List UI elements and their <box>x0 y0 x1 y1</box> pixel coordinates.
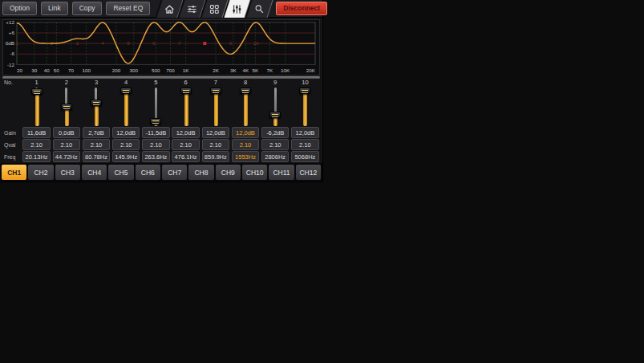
channel-tab-ch11[interactable]: CH11 <box>269 165 294 180</box>
fader-fill <box>95 103 99 126</box>
fader-track[interactable] <box>244 88 246 126</box>
eq-freq-value-2[interactable]: 44.72Hz <box>53 151 80 162</box>
fader-track[interactable] <box>304 88 306 126</box>
eq-freq-value-1[interactable]: 20.13Hz <box>22 151 50 162</box>
nav-tab-magnifier[interactable] <box>245 0 273 18</box>
eq-band-fader-7[interactable]: 7 <box>214 80 217 126</box>
eq-qval-value-7[interactable]: 2.10 <box>202 139 229 150</box>
eq-freq-value-3[interactable]: 80.78Hz <box>83 151 110 162</box>
eq-freq-value-8[interactable]: 1553Hz <box>232 151 259 162</box>
eq-gain-value-4[interactable]: 12,0dB <box>112 127 140 138</box>
eq-gain-value-5[interactable]: -11,5dB <box>142 127 169 138</box>
eq-qval-value-10[interactable]: 2.10 <box>291 139 318 150</box>
eq-band-fader-2[interactable]: 2 <box>65 80 68 126</box>
fader-handle[interactable] <box>240 88 251 94</box>
fader-handle[interactable] <box>31 88 43 95</box>
fader-handle[interactable] <box>180 88 192 94</box>
eq-freq-value-5[interactable]: 263.6Hz <box>142 151 169 162</box>
fader-handle[interactable] <box>299 88 310 94</box>
eq-band-5: 5 <box>141 80 171 126</box>
eq-cell-qval: 2.10 <box>111 139 141 150</box>
eq-band-fader-6[interactable]: 6 <box>184 80 188 126</box>
eq-freq-value-9[interactable]: 2806Hz <box>261 151 289 162</box>
svg-text:40: 40 <box>44 67 51 73</box>
band-number: 5 <box>154 80 157 86</box>
eq-cell-gain: -11,5dB <box>141 127 171 138</box>
eq-cell-qval: 2.10 <box>230 139 260 150</box>
reset-eq-button[interactable]: Reset EQ <box>106 2 150 15</box>
eq-gain-row: Gain11,6dB0,0dB2,7dB12,0dB-11,5dB12,0dB1… <box>2 127 320 138</box>
eq-band-fader-1[interactable]: 1 <box>35 80 38 126</box>
eq-gain-value-8[interactable]: 12,0dB <box>232 127 259 138</box>
fader-track[interactable] <box>184 88 187 126</box>
eq-gain-value-3[interactable]: 2,7dB <box>83 127 110 138</box>
fader-handle[interactable] <box>210 88 221 94</box>
band-number: 1 <box>35 80 38 86</box>
eq-gain-value-6[interactable]: 12,0dB <box>172 127 199 138</box>
eq-gain-value-2[interactable]: 0,0dB <box>53 127 80 138</box>
fader-handle[interactable] <box>269 112 281 118</box>
graph-scroll-strip[interactable] <box>2 76 320 79</box>
channel-tab-ch9[interactable]: CH9 <box>216 165 241 180</box>
channel-tab-ch10[interactable]: CH10 <box>242 165 267 180</box>
fader-track[interactable] <box>65 88 67 126</box>
disconnect-button[interactable]: Disconnect <box>276 2 327 15</box>
nav-tabs <box>158 0 270 18</box>
fader-track[interactable] <box>125 88 128 126</box>
eq-gain-value-7[interactable]: 12,0dB <box>202 127 229 138</box>
eq-freq-value-6[interactable]: 476.1Hz <box>172 151 199 162</box>
eq-cell-freq: 80.78Hz <box>81 151 111 162</box>
eq-band-fader-3[interactable]: 3 <box>95 80 98 126</box>
channel-tab-ch8[interactable]: CH8 <box>188 165 213 180</box>
band-number: 9 <box>273 80 277 86</box>
svg-text:+12: +12 <box>6 20 14 25</box>
eq-band-fader-8[interactable]: 8 <box>244 80 247 126</box>
eq-band-fader-10[interactable]: 10 <box>302 80 308 126</box>
fader-handle[interactable] <box>91 100 102 106</box>
fader-fill <box>303 91 307 126</box>
channel-tab-ch6[interactable]: CH6 <box>136 165 160 180</box>
channel-tab-ch1[interactable]: CH1 <box>2 165 26 180</box>
eq-qval-value-8[interactable]: 2.10 <box>232 139 259 150</box>
eq-qval-value-1[interactable]: 2.10 <box>22 139 50 150</box>
channel-tab-ch5[interactable]: CH5 <box>108 165 133 180</box>
eq-cell-freq: 2806Hz <box>261 151 290 162</box>
channel-tab-ch7[interactable]: CH7 <box>162 165 187 180</box>
svg-text:0dB: 0dB <box>6 40 14 46</box>
channel-tab-ch2[interactable]: CH2 <box>28 165 53 180</box>
eq-freq-value-4[interactable]: 145.9Hz <box>112 151 140 162</box>
eq-freq-value-10[interactable]: 5068Hz <box>291 151 318 162</box>
eq-qval-value-9[interactable]: 2.10 <box>261 139 289 150</box>
eq-qval-value-3[interactable]: 2.10 <box>83 139 110 150</box>
eq-gain-value-9[interactable]: -6,2dB <box>261 127 289 138</box>
eq-freq-value-7[interactable]: 859.9Hz <box>202 151 229 162</box>
eq-qval-value-2[interactable]: 2.10 <box>53 139 80 150</box>
channel-tab-ch3[interactable]: CH3 <box>55 165 80 180</box>
option-button[interactable]: Option <box>2 2 37 15</box>
fader-track[interactable] <box>95 88 97 126</box>
fader-handle[interactable] <box>150 118 161 124</box>
band-number: 6 <box>184 80 188 86</box>
channel-tab-ch12[interactable]: CH12 <box>296 165 321 180</box>
eq-cell-qval: 2.10 <box>261 139 290 150</box>
svg-text:20K: 20K <box>306 67 316 73</box>
eq-gain-value-10[interactable]: 12,0dB <box>291 127 318 138</box>
eq-band-fader-4[interactable]: 4 <box>124 80 128 126</box>
eq-band-fader-9[interactable]: 9 <box>273 80 277 126</box>
eq-qval-value-4[interactable]: 2.10 <box>112 139 140 150</box>
fader-handle[interactable] <box>120 88 132 94</box>
eq-qval-value-6[interactable]: 2.10 <box>172 139 199 150</box>
channel-tab-ch4[interactable]: CH4 <box>82 165 107 180</box>
link-button[interactable]: Link <box>41 2 68 15</box>
eq-band-fader-5[interactable]: 5 <box>154 80 157 126</box>
band-number: 4 <box>124 80 128 86</box>
fader-track[interactable] <box>35 88 38 126</box>
fader-handle[interactable] <box>61 104 72 110</box>
fader-track[interactable] <box>274 88 277 126</box>
fader-track[interactable] <box>155 88 157 126</box>
fader-track[interactable] <box>214 88 217 126</box>
eq-qval-value-5[interactable]: 2.10 <box>142 139 169 150</box>
copy-button[interactable]: Copy <box>72 2 103 15</box>
eq-curve-graph[interactable]: +12+60dB-6-1220304050701002003005007001K… <box>2 19 320 75</box>
eq-gain-value-1[interactable]: 11,6dB <box>22 127 50 138</box>
